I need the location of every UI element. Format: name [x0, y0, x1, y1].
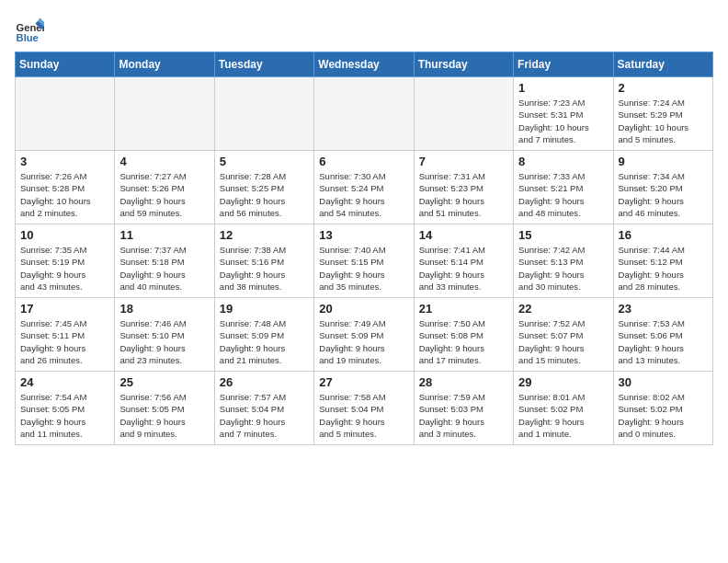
day-number: 6	[319, 155, 408, 168]
day-number: 26	[220, 375, 309, 389]
day-info: Sunrise: 7:40 AM Sunset: 5:15 PM Dayligh…	[319, 244, 408, 293]
calendar-cell: 22Sunrise: 7:52 AM Sunset: 5:07 PM Dayli…	[514, 298, 613, 372]
calendar-header-monday: Monday	[115, 52, 214, 77]
day-number: 23	[619, 302, 708, 316]
calendar-cell: 5Sunrise: 7:28 AM Sunset: 5:25 PM Daylig…	[214, 151, 313, 224]
calendar-cell: 16Sunrise: 7:44 AM Sunset: 5:12 PM Dayli…	[613, 224, 712, 298]
day-number: 3	[20, 155, 109, 168]
calendar-cell: 3Sunrise: 7:26 AM Sunset: 5:28 PM Daylig…	[16, 151, 115, 224]
day-number: 11	[119, 228, 209, 242]
calendar-cell	[214, 77, 313, 151]
day-info: Sunrise: 7:35 AM Sunset: 5:19 PM Dayligh…	[20, 244, 109, 293]
calendar-header-tuesday: Tuesday	[214, 52, 313, 77]
calendar-cell: 14Sunrise: 7:41 AM Sunset: 5:14 PM Dayli…	[414, 224, 513, 298]
calendar-cell: 4Sunrise: 7:27 AM Sunset: 5:26 PM Daylig…	[115, 151, 214, 224]
day-info: Sunrise: 7:28 AM Sunset: 5:25 PM Dayligh…	[220, 170, 309, 219]
svg-text:Blue: Blue	[17, 32, 39, 43]
day-info: Sunrise: 7:38 AM Sunset: 5:16 PM Dayligh…	[220, 244, 309, 293]
day-number: 13	[319, 228, 408, 242]
day-number: 20	[319, 302, 408, 316]
logo-icon: General Blue	[15, 15, 44, 44]
calendar-cell: 29Sunrise: 8:01 AM Sunset: 5:02 PM Dayli…	[514, 372, 613, 445]
calendar-cell: 7Sunrise: 7:31 AM Sunset: 5:23 PM Daylig…	[414, 151, 513, 224]
day-info: Sunrise: 7:49 AM Sunset: 5:09 PM Dayligh…	[319, 317, 408, 366]
day-info: Sunrise: 7:44 AM Sunset: 5:12 PM Dayligh…	[619, 244, 708, 293]
day-info: Sunrise: 7:34 AM Sunset: 5:20 PM Dayligh…	[619, 170, 708, 219]
calendar-week-2: 3Sunrise: 7:26 AM Sunset: 5:28 PM Daylig…	[16, 151, 713, 224]
day-info: Sunrise: 7:56 AM Sunset: 5:05 PM Dayligh…	[119, 391, 209, 440]
day-info: Sunrise: 7:42 AM Sunset: 5:13 PM Dayligh…	[518, 244, 608, 293]
day-number: 15	[518, 228, 608, 242]
calendar-header-friday: Friday	[514, 52, 613, 77]
calendar-cell: 23Sunrise: 7:53 AM Sunset: 5:06 PM Dayli…	[613, 298, 712, 372]
calendar-cell: 28Sunrise: 7:59 AM Sunset: 5:03 PM Dayli…	[414, 372, 513, 445]
calendar-cell: 8Sunrise: 7:33 AM Sunset: 5:21 PM Daylig…	[514, 151, 613, 224]
calendar-cell: 19Sunrise: 7:48 AM Sunset: 5:09 PM Dayli…	[214, 298, 313, 372]
calendar-cell: 21Sunrise: 7:50 AM Sunset: 5:08 PM Dayli…	[414, 298, 513, 372]
day-number: 4	[119, 155, 209, 168]
day-number: 25	[119, 375, 209, 389]
day-number: 18	[119, 302, 209, 316]
day-info: Sunrise: 7:23 AM Sunset: 5:31 PM Dayligh…	[518, 97, 608, 145]
calendar-cell: 11Sunrise: 7:37 AM Sunset: 5:18 PM Dayli…	[115, 224, 214, 298]
day-number: 27	[319, 375, 408, 389]
calendar-cell: 18Sunrise: 7:46 AM Sunset: 5:10 PM Dayli…	[115, 298, 214, 372]
day-info: Sunrise: 7:59 AM Sunset: 5:03 PM Dayligh…	[419, 391, 508, 440]
day-number: 9	[619, 155, 708, 168]
calendar-table: SundayMondayTuesdayWednesdayThursdayFrid…	[15, 52, 713, 445]
calendar-header-sunday: Sunday	[16, 52, 115, 77]
calendar-header-thursday: Thursday	[414, 52, 513, 77]
day-number: 10	[20, 228, 109, 242]
calendar-week-1: 1Sunrise: 7:23 AM Sunset: 5:31 PM Daylig…	[16, 77, 713, 151]
calendar-cell	[314, 77, 414, 151]
calendar-cell	[115, 77, 214, 151]
calendar-header-wednesday: Wednesday	[314, 52, 414, 77]
calendar-week-5: 24Sunrise: 7:54 AM Sunset: 5:05 PM Dayli…	[16, 372, 713, 445]
calendar-header-saturday: Saturday	[613, 52, 712, 77]
calendar-week-4: 17Sunrise: 7:45 AM Sunset: 5:11 PM Dayli…	[16, 298, 713, 372]
calendar-cell: 6Sunrise: 7:30 AM Sunset: 5:24 PM Daylig…	[314, 151, 414, 224]
day-info: Sunrise: 7:46 AM Sunset: 5:10 PM Dayligh…	[119, 317, 209, 366]
day-info: Sunrise: 7:33 AM Sunset: 5:21 PM Dayligh…	[518, 170, 608, 219]
day-info: Sunrise: 7:30 AM Sunset: 5:24 PM Dayligh…	[319, 170, 408, 219]
day-number: 19	[220, 302, 309, 316]
day-info: Sunrise: 8:02 AM Sunset: 5:02 PM Dayligh…	[619, 391, 708, 440]
day-info: Sunrise: 7:52 AM Sunset: 5:07 PM Dayligh…	[518, 317, 608, 366]
day-info: Sunrise: 7:45 AM Sunset: 5:11 PM Dayligh…	[20, 317, 109, 366]
day-number: 24	[20, 375, 109, 389]
day-number: 21	[419, 302, 508, 316]
day-number: 30	[619, 375, 708, 389]
day-number: 16	[619, 228, 708, 242]
calendar-body: 1Sunrise: 7:23 AM Sunset: 5:31 PM Daylig…	[16, 77, 713, 445]
calendar-cell: 20Sunrise: 7:49 AM Sunset: 5:09 PM Dayli…	[314, 298, 414, 372]
day-info: Sunrise: 7:50 AM Sunset: 5:08 PM Dayligh…	[419, 317, 508, 366]
calendar-cell: 13Sunrise: 7:40 AM Sunset: 5:15 PM Dayli…	[314, 224, 414, 298]
day-number: 29	[518, 375, 608, 389]
header: General Blue	[15, 15, 713, 44]
day-number: 17	[20, 302, 109, 316]
calendar-cell: 1Sunrise: 7:23 AM Sunset: 5:31 PM Daylig…	[514, 77, 613, 151]
day-info: Sunrise: 7:57 AM Sunset: 5:04 PM Dayligh…	[220, 391, 309, 440]
day-info: Sunrise: 7:54 AM Sunset: 5:05 PM Dayligh…	[20, 391, 109, 440]
calendar-cell: 30Sunrise: 8:02 AM Sunset: 5:02 PM Dayli…	[613, 372, 712, 445]
day-number: 1	[518, 81, 608, 95]
day-info: Sunrise: 7:24 AM Sunset: 5:29 PM Dayligh…	[619, 97, 708, 145]
calendar-cell: 17Sunrise: 7:45 AM Sunset: 5:11 PM Dayli…	[16, 298, 115, 372]
calendar-cell: 9Sunrise: 7:34 AM Sunset: 5:20 PM Daylig…	[613, 151, 712, 224]
day-info: Sunrise: 7:37 AM Sunset: 5:18 PM Dayligh…	[119, 244, 209, 293]
day-info: Sunrise: 7:48 AM Sunset: 5:09 PM Dayligh…	[220, 317, 309, 366]
day-number: 2	[619, 81, 708, 95]
calendar-cell	[16, 77, 115, 151]
day-info: Sunrise: 7:26 AM Sunset: 5:28 PM Dayligh…	[20, 170, 109, 219]
calendar-cell: 25Sunrise: 7:56 AM Sunset: 5:05 PM Dayli…	[115, 372, 214, 445]
calendar-cell: 10Sunrise: 7:35 AM Sunset: 5:19 PM Dayli…	[16, 224, 115, 298]
calendar-header-row: SundayMondayTuesdayWednesdayThursdayFrid…	[16, 52, 713, 77]
day-number: 7	[419, 155, 508, 168]
calendar-week-3: 10Sunrise: 7:35 AM Sunset: 5:19 PM Dayli…	[16, 224, 713, 298]
day-info: Sunrise: 7:27 AM Sunset: 5:26 PM Dayligh…	[119, 170, 209, 219]
day-info: Sunrise: 7:58 AM Sunset: 5:04 PM Dayligh…	[319, 391, 408, 440]
day-number: 5	[220, 155, 309, 168]
day-info: Sunrise: 8:01 AM Sunset: 5:02 PM Dayligh…	[518, 391, 608, 440]
calendar-cell: 12Sunrise: 7:38 AM Sunset: 5:16 PM Dayli…	[214, 224, 313, 298]
day-number: 22	[518, 302, 608, 316]
